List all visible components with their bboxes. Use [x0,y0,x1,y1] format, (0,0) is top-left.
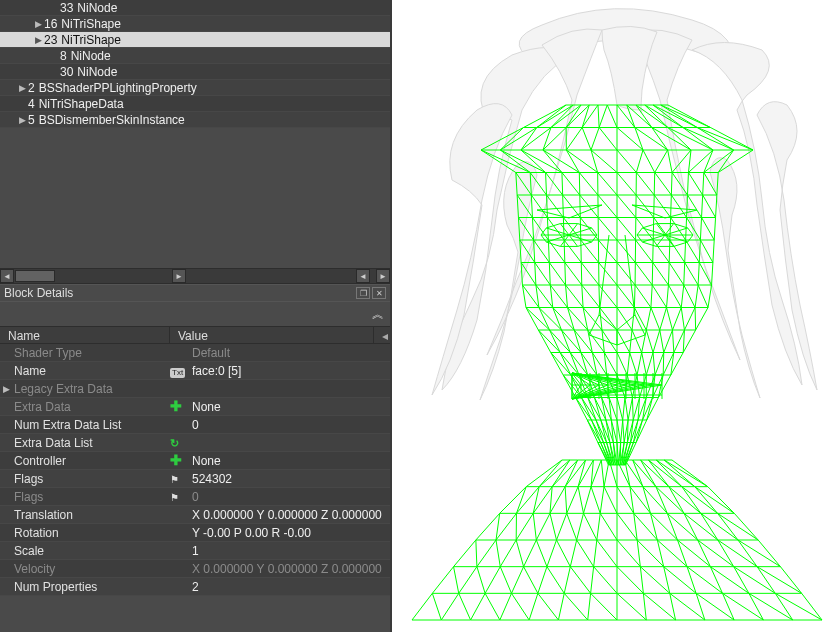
svg-line-574 [617,398,623,421]
scroll-right-button[interactable]: ► [172,269,186,283]
svg-line-381 [697,128,733,151]
tree-hscroll-thumb[interactable] [15,270,55,282]
svg-line-204 [524,105,567,128]
svg-line-809 [565,487,567,514]
column-name[interactable]: Name [0,327,170,343]
property-row[interactable]: NameTxtface:0 [5] [0,362,390,380]
svg-line-711 [477,540,496,567]
prop-expand-icon[interactable]: ▶ [0,384,12,394]
tree-item-label: BSDismemberSkinInstance [39,112,185,128]
property-name: Extra Data List [12,436,170,450]
property-row[interactable]: Num Extra Data List0 [0,416,390,434]
svg-line-498 [549,263,565,286]
tree-row[interactable]: ▶16NiTriShape [0,16,390,32]
property-value[interactable]: 0 [192,418,390,432]
details-gap: ︽ [0,302,390,326]
property-value[interactable]: X 0.000000 Y 0.000000 Z 0.000000 [192,562,390,576]
property-row[interactable]: Extra Data✚None [0,398,390,416]
property-value[interactable]: 1 [192,544,390,558]
property-value[interactable]: X 0.000000 Y 0.000000 Z 0.000000 [192,508,390,522]
svg-line-797 [601,460,604,487]
3d-viewport[interactable] [392,0,836,632]
property-value[interactable]: 2 [192,580,390,594]
property-row[interactable]: Flags⚑0 [0,488,390,506]
close-panel-icon[interactable]: ✕ [372,287,386,299]
property-row[interactable]: Controller✚None [0,452,390,470]
expand-arrow-icon[interactable]: ▶ [32,16,44,32]
block-details-header[interactable]: Block Details ❐ ✕ [0,284,390,302]
tree-item-id: 4 [28,96,35,112]
property-row[interactable]: Extra Data List↻ [0,434,390,452]
property-value[interactable]: None [192,454,390,468]
tree-row[interactable]: 4NiTriShapeData [0,96,390,112]
column-handle[interactable]: ◂ [374,327,390,343]
property-value[interactable]: None [192,400,390,414]
property-row[interactable]: Scale1 [0,542,390,560]
expand-arrow-icon[interactable]: ▶ [16,80,28,96]
property-row[interactable]: VelocityX 0.000000 Y 0.000000 Z 0.000000 [0,560,390,578]
svg-line-503 [635,263,652,286]
property-row[interactable]: Flags⚑524302 [0,470,390,488]
tree-row[interactable]: 8NiNode [0,48,390,64]
svg-line-863 [459,593,471,620]
svg-line-882 [546,224,560,228]
svg-line-731 [529,593,538,620]
flag-icon: ⚑ [170,474,179,485]
property-table[interactable]: Shader TypeDefaultNameTxtface:0 [5]▶Lega… [0,344,390,632]
svg-line-221 [500,128,536,151]
detach-panel-icon[interactable]: ❐ [356,287,370,299]
property-row[interactable]: Num Properties2 [0,578,390,596]
svg-line-354 [669,240,670,263]
svg-line-390 [674,330,685,353]
svg-line-539 [632,330,642,353]
tree-row[interactable]: ▶5BSDismemberSkinInstance [0,112,390,128]
svg-line-713 [441,593,458,620]
svg-line-795 [578,460,585,487]
viewport-canvas[interactable] [392,0,836,632]
svg-line-717 [500,540,516,567]
tree-row[interactable]: ▶2BSShaderPPLightingProperty [0,80,390,96]
property-row[interactable]: Shader TypeDefault [0,344,390,362]
property-row[interactable]: TranslationX 0.000000 Y 0.000000 Z 0.000… [0,506,390,524]
property-value[interactable]: 524302 [192,472,390,486]
property-name: Scale [12,544,170,558]
scroll-left-button[interactable]: ◄ [0,269,14,283]
block-tree[interactable]: 33NiNode▶16NiTriShape▶23NiTriShape8NiNod… [0,0,390,128]
svg-line-528 [651,308,660,331]
column-value[interactable]: Value [170,327,374,343]
property-name: Rotation [12,526,170,540]
property-value[interactable]: Y -0.00 P 0.00 R -0.00 [192,526,390,540]
tree-hscrollbar[interactable]: ◄ ► ◄ ► [0,268,390,284]
svg-line-530 [681,308,684,331]
tree-row[interactable]: 33NiNode [0,0,390,16]
tree-row[interactable]: 30NiNode [0,64,390,80]
property-value[interactable]: Default [192,346,390,360]
svg-line-533 [550,330,571,353]
svg-line-790 [780,567,801,594]
svg-line-452 [579,173,598,196]
collapse-up-icon[interactable]: ︽ [372,306,384,323]
svg-line-483 [702,218,715,241]
expand-arrow-icon[interactable]: ▶ [32,32,44,48]
property-row[interactable]: RotationY -0.00 P 0.00 R -0.00 [0,524,390,542]
svg-line-213 [526,308,538,331]
details-column-header[interactable]: Name Value ◂ [0,326,390,344]
svg-line-475 [563,218,580,241]
svg-line-440 [566,150,597,173]
property-value[interactable]: face:0 [5] [192,364,390,378]
svg-line-824 [567,513,577,540]
tree-row[interactable]: ▶23NiTriShape [0,32,390,48]
property-row[interactable]: ▶Legacy Extra Data [0,380,390,398]
tree-hscroll-track[interactable] [55,269,172,283]
svg-line-507 [699,263,711,286]
expand-arrow-icon[interactable]: ▶ [16,112,28,128]
svg-line-743 [588,593,591,620]
property-value[interactable]: 0 [192,490,390,504]
svg-line-825 [583,513,596,540]
scroll-left-button-2[interactable]: ◄ [356,269,370,283]
svg-line-521 [539,308,562,331]
svg-line-816 [656,487,684,514]
svg-line-851 [524,567,538,594]
scroll-right-button-2[interactable]: ► [376,269,390,283]
svg-line-371 [684,263,685,286]
